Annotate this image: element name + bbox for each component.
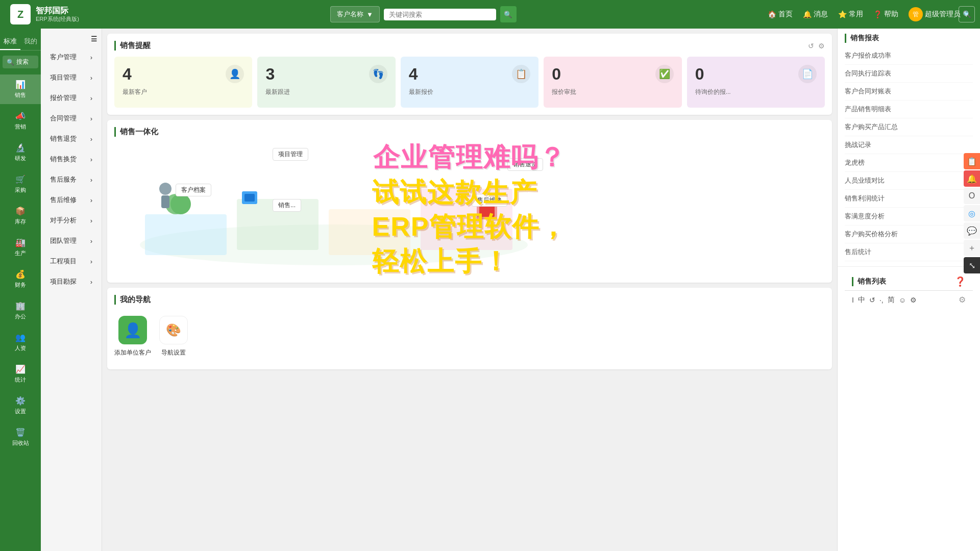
side-icon-4[interactable]: ◎ xyxy=(964,205,980,221)
report-item-1[interactable]: 合同执行追踪表 xyxy=(845,65,973,83)
report-item-3[interactable]: 产品销售明细表 xyxy=(845,101,973,118)
side-icon-5[interactable]: 💬 xyxy=(964,222,980,239)
nav-add-customer[interactable]: 👤 添加单位客户 xyxy=(114,316,151,357)
svg-rect-10 xyxy=(244,194,255,202)
menu-customer-management[interactable]: 客户管理 › xyxy=(43,47,100,67)
toolbar-comma-icon[interactable]: ·, xyxy=(879,296,884,304)
marketing-icon: 📣 xyxy=(15,111,26,121)
search-type-dropdown[interactable]: 客户名称 ▼ xyxy=(330,6,380,22)
nav-help[interactable]: ❓ 帮助 xyxy=(873,10,898,19)
right-list-section: 销售列表 ❓ I 中 ↺ ·, 简 ☺ ⚙ ⚙ xyxy=(838,266,980,313)
report-item-9[interactable]: 客满意度分析 xyxy=(845,208,973,226)
right-panel: 📋 🔔 O ◎ 💬 ＋ ⤡ 销售报表 客户报价成功率 合同执行追踪表 客户合同对… xyxy=(837,29,980,551)
competitor-analysis-label: 对手分析 xyxy=(50,216,77,225)
stat-latest-followup[interactable]: 3 最新跟进 👣 xyxy=(257,57,395,108)
hr-label: 人资 xyxy=(15,344,26,352)
search-box xyxy=(384,9,496,20)
menu-project-management[interactable]: 项目管理 › xyxy=(43,68,100,87)
nav-nav-settings[interactable]: 🎨 导航设置 xyxy=(159,316,188,357)
svg-rect-8 xyxy=(161,195,169,208)
sidebar-item-recycle[interactable]: 🗑️ 回收站 xyxy=(0,422,41,452)
sidebar-item-office[interactable]: 🏢 办公 xyxy=(0,296,41,325)
nav-settings-icon: 🎨 xyxy=(166,323,181,337)
chevron-right-icon: › xyxy=(90,217,92,224)
brand-sub: ERP系统(经典版) xyxy=(36,15,79,23)
sidebar-item-rd[interactable]: 🔬 研发 xyxy=(0,138,41,167)
sidebar-item-inventory[interactable]: 📦 库存 xyxy=(0,201,41,231)
nav-home[interactable]: 🏠 首页 xyxy=(768,10,793,19)
main-content: 销售提醒 ↺ ⚙ 4 最新客户 👤 3 最新跟进 👣 4 xyxy=(102,29,837,551)
menu-engineering-project[interactable]: 工程项目 › xyxy=(43,252,100,271)
toolbar-settings-icon[interactable]: ⚙ xyxy=(910,296,917,304)
menu-project-survey[interactable]: 项目勘探 › xyxy=(43,272,100,291)
menu-contract-management[interactable]: 合同管理 › xyxy=(43,109,100,128)
left-sidebar: 标准 我的 🔍 搜索 📊 销售 📣 营销 🔬 研发 🛒 采购 📦 库存 xyxy=(0,29,41,551)
global-search-icon[interactable]: 🔍 xyxy=(959,6,975,22)
chevron-right-icon: › xyxy=(90,258,92,265)
chevron-right-icon: › xyxy=(90,54,92,61)
menu-after-sales-repair[interactable]: 售后维修 › xyxy=(43,190,100,210)
toolbar-chinese-icon[interactable]: 中 xyxy=(858,295,865,305)
search-button[interactable]: 🔍 xyxy=(500,6,517,22)
menu-team-management[interactable]: 团队管理 › xyxy=(43,231,100,251)
menu-competitor-analysis[interactable]: 对手分析 › xyxy=(43,211,100,230)
refresh-icon[interactable]: ↺ xyxy=(808,42,814,50)
tab-standard[interactable]: 标准 xyxy=(0,34,20,50)
nav-messages[interactable]: 🔔 消息 xyxy=(803,10,828,19)
stat-latest-quote[interactable]: 4 最新报价 📋 xyxy=(401,57,538,108)
help-circle-icon[interactable]: ❓ xyxy=(954,276,966,287)
stat-pending-inquiry[interactable]: 0 待询价的报... 📄 xyxy=(687,57,825,108)
toolbar-emoji-icon[interactable]: ☺ xyxy=(899,296,906,304)
toolbar-rotate-icon[interactable]: ↺ xyxy=(869,296,875,304)
report-item-8[interactable]: 销售利润统计 xyxy=(845,190,973,208)
toolbar-simplified-icon[interactable]: 简 xyxy=(888,295,895,305)
toolbar-text-icon[interactable]: I xyxy=(852,296,854,304)
report-item-7[interactable]: 人员业绩对比 xyxy=(845,172,973,190)
report-item-0[interactable]: 客户报价成功率 xyxy=(845,47,973,65)
my-nav-card: 我的导航 👤 添加单位客户 🎨 导航设置 xyxy=(107,288,832,369)
settings-icon: ⚙️ xyxy=(15,396,26,406)
inquiry-stat-icon: 📄 xyxy=(798,65,817,83)
search-input[interactable] xyxy=(389,11,491,18)
report-item-5[interactable]: 挑战记录 xyxy=(845,136,973,154)
nav-common[interactable]: ⭐ 常用 xyxy=(838,10,863,19)
tab-mine[interactable]: 我的 xyxy=(20,34,41,50)
report-item-11[interactable]: 售后统计 xyxy=(845,243,973,261)
side-icon-1[interactable]: 📋 xyxy=(964,153,980,169)
home-label: 首页 xyxy=(778,10,793,19)
menu-sales-return[interactable]: 销售退货 › xyxy=(43,129,100,148)
sales-integration-header: 销售一体化 xyxy=(114,127,825,137)
report-item-2[interactable]: 客户合同对账表 xyxy=(845,83,973,101)
report-item-4[interactable]: 客户购买产品汇总 xyxy=(845,118,973,136)
logo-text: 智邦国际 ERP系统(经典版) xyxy=(36,6,79,23)
sidebar-toggle[interactable]: ☰ xyxy=(41,34,102,47)
chevron-right-icon: › xyxy=(90,115,92,122)
report-item-10[interactable]: 客户购买价格分析 xyxy=(845,226,973,243)
sidebar-item-purchase[interactable]: 🛒 采购 xyxy=(0,169,41,199)
report-item-6[interactable]: 龙虎榜 xyxy=(845,154,973,172)
side-icon-add[interactable]: ＋ xyxy=(964,240,980,256)
settings-icon[interactable]: ⚙ xyxy=(818,42,825,50)
side-icon-3[interactable]: O xyxy=(964,188,980,204)
menu-quote-management[interactable]: 报价管理 › xyxy=(43,88,100,108)
sidebar-search[interactable]: 🔍 搜索 xyxy=(3,56,38,68)
side-icon-expand[interactable]: ⤡ xyxy=(964,257,980,273)
toolbar-right-settings-icon[interactable]: ⚙ xyxy=(959,295,966,305)
help-label: 帮助 xyxy=(884,10,898,19)
sidebar-item-marketing[interactable]: 📣 营销 xyxy=(0,106,41,136)
stat-quote-approval[interactable]: 0 报价审批 ✅ xyxy=(544,57,681,108)
sidebar-item-finance[interactable]: 💰 财务 xyxy=(0,264,41,294)
sidebar-item-production[interactable]: 🏭 生产 xyxy=(0,233,41,262)
sidebar-item-hr[interactable]: 👥 人资 xyxy=(0,328,41,357)
sidebar-item-settings[interactable]: ⚙️ 设置 xyxy=(0,391,41,420)
production-label: 生产 xyxy=(15,249,26,257)
sidebar-item-sales[interactable]: 📊 销售 xyxy=(0,74,41,104)
rd-icon: 🔬 xyxy=(15,143,26,153)
menu-sales-exchange[interactable]: 销售换货 › xyxy=(43,149,100,169)
side-icon-2[interactable]: 🔔 xyxy=(964,170,980,187)
menu-after-sales[interactable]: 售后服务 › xyxy=(43,170,100,189)
sidebar-item-stats[interactable]: 📈 统计 xyxy=(0,359,41,389)
stat-new-customers[interactable]: 4 最新客户 👤 xyxy=(114,57,252,108)
side-icons-panel: 📋 🔔 O ◎ 💬 ＋ ⤡ xyxy=(964,153,980,273)
node-customer-profile: 客户档案 xyxy=(176,184,211,196)
